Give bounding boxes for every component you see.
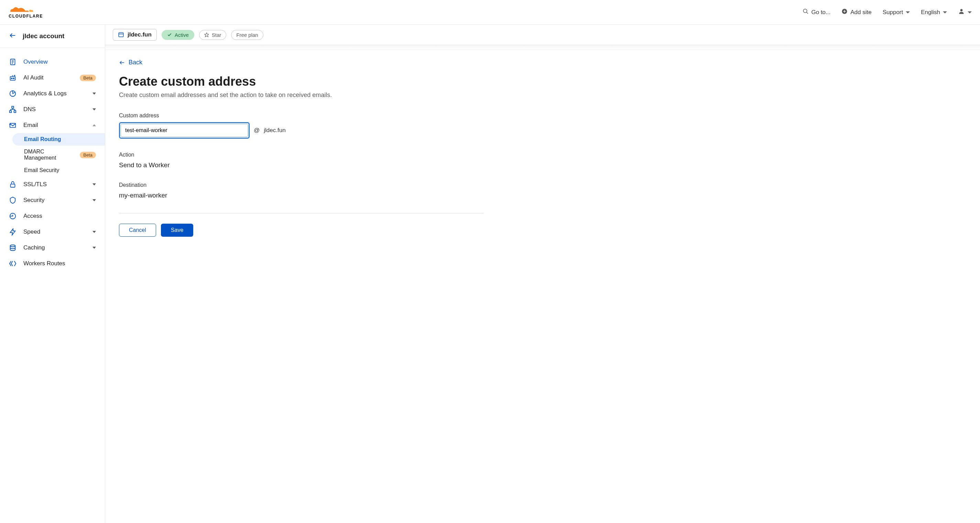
chevron-up-icon — [92, 124, 96, 126]
lock-icon — [9, 181, 16, 188]
svg-rect-32 — [119, 33, 123, 37]
add-site-label: Add site — [850, 9, 871, 16]
main-content: jldec.fun Active Star Free plan Back Cre… — [105, 25, 980, 523]
arrow-left-icon — [9, 32, 16, 41]
chevron-down-icon — [92, 247, 96, 249]
sidebar-item-label: Workers Routes — [23, 260, 96, 267]
sidebar-item-label: Access — [23, 213, 96, 220]
star-label: Star — [212, 32, 221, 38]
shadow-strip — [105, 45, 980, 50]
field-label: Custom address — [119, 113, 484, 119]
chevron-down-icon — [92, 183, 96, 185]
svg-marker-30 — [10, 229, 16, 235]
domain-name: jldec.fun — [127, 31, 152, 38]
svg-rect-27 — [11, 184, 15, 187]
chevron-down-icon — [967, 11, 972, 13]
sidebar: jldec account Overview AI Audit Beta — [0, 25, 105, 523]
user-menu[interactable] — [958, 8, 972, 16]
action-field: Action Send to a Worker — [119, 152, 484, 169]
sidebar-item-workers-routes[interactable]: Workers Routes — [0, 256, 105, 271]
search-icon — [803, 8, 809, 16]
sidebar-item-caching[interactable]: Caching — [0, 240, 105, 256]
email-subnav: Email Routing DMARC Management Beta Emai… — [0, 133, 105, 177]
network-icon — [9, 106, 16, 113]
cancel-button[interactable]: Cancel — [119, 224, 156, 237]
destination-field: Destination my-email-worker — [119, 182, 484, 199]
database-icon — [9, 244, 16, 252]
email-icon — [9, 121, 16, 129]
goto-label: Go to... — [811, 9, 831, 16]
page-content: Back Create custom address Create custom… — [105, 50, 497, 246]
sidebar-item-access[interactable]: Access — [0, 208, 105, 224]
chevron-down-icon — [906, 11, 910, 13]
svg-rect-20 — [14, 111, 16, 113]
sidebar-item-label: DNS — [23, 106, 86, 113]
browser-icon — [118, 32, 124, 38]
access-icon — [9, 212, 16, 220]
sidebar-item-speed[interactable]: Speed — [0, 224, 105, 240]
sidebar-item-label: Email — [23, 122, 86, 129]
status-label: Active — [175, 32, 189, 38]
language-label: English — [921, 9, 940, 16]
domain-selector[interactable]: jldec.fun — [113, 29, 157, 41]
plan-badge[interactable]: Free plan — [231, 30, 263, 40]
sidebar-item-overview[interactable]: Overview — [0, 54, 105, 70]
svg-point-1 — [803, 9, 807, 13]
beta-badge: Beta — [80, 152, 96, 158]
cloudflare-logo[interactable]: CLOUDFLARE — [8, 5, 56, 20]
star-icon — [204, 32, 209, 37]
svg-point-6 — [960, 9, 963, 11]
sidebar-item-email-routing[interactable]: Email Routing — [13, 133, 105, 145]
chevron-down-icon — [92, 108, 96, 110]
goto-search[interactable]: Go to... — [803, 8, 831, 16]
check-icon — [167, 32, 172, 37]
sidebar-item-dmarc[interactable]: DMARC Management Beta — [0, 145, 105, 164]
domain-suffix: jldec.fun — [264, 127, 285, 134]
chart-icon — [9, 90, 16, 97]
action-value: Send to a Worker — [119, 161, 484, 169]
sidebar-item-ssl[interactable]: SSL/TLS — [0, 177, 105, 192]
custom-address-input-wrap — [119, 122, 250, 139]
plan-label: Free plan — [236, 32, 258, 38]
button-row: Cancel Save — [119, 224, 484, 237]
top-nav: Go to... Add site Support English — [803, 8, 972, 16]
sidebar-item-label: Speed — [23, 228, 86, 235]
bolt-icon — [9, 228, 16, 236]
language-dropdown[interactable]: English — [921, 9, 947, 16]
sidebar-item-email-security[interactable]: Email Security — [0, 164, 105, 177]
sidebar-item-email[interactable]: Email — [0, 117, 105, 133]
sidebar-item-dns[interactable]: DNS — [0, 102, 105, 117]
sidebar-item-security[interactable]: Security — [0, 192, 105, 208]
status-badge: Active — [162, 30, 194, 40]
shield-icon — [9, 196, 16, 204]
sidebar-item-ai-audit[interactable]: AI Audit Beta — [0, 70, 105, 86]
sidebar-item-label: Security — [23, 197, 86, 204]
save-button[interactable]: Save — [161, 224, 193, 237]
field-label: Action — [119, 152, 484, 158]
add-site-button[interactable]: Add site — [842, 8, 871, 16]
account-selector[interactable]: jldec account — [0, 25, 105, 48]
page-title: Create custom address — [119, 74, 484, 89]
domain-bar: jldec.fun Active Star Free plan — [105, 25, 980, 45]
sidebar-nav: Overview AI Audit Beta Analytics & Logs — [0, 48, 105, 277]
chevron-down-icon — [92, 199, 96, 201]
star-button[interactable]: Star — [199, 30, 227, 40]
svg-rect-19 — [10, 111, 11, 113]
sidebar-item-label: Caching — [23, 244, 86, 251]
svg-rect-12 — [10, 77, 16, 80]
back-link[interactable]: Back — [119, 59, 142, 66]
support-label: Support — [883, 9, 903, 16]
sidebar-item-label: Analytics & Logs — [23, 90, 86, 97]
svg-point-16 — [14, 75, 15, 76]
sidebar-item-label: AI Audit — [23, 74, 73, 81]
custom-address-input[interactable] — [121, 124, 248, 137]
destination-value: my-email-worker — [119, 191, 484, 199]
svg-point-14 — [13, 78, 14, 79]
top-header: CLOUDFLARE Go to... Add site Support Eng… — [0, 0, 980, 25]
at-sign: @ — [254, 127, 259, 134]
user-icon — [958, 8, 965, 16]
sidebar-item-analytics[interactable]: Analytics & Logs — [0, 86, 105, 102]
support-dropdown[interactable]: Support — [883, 9, 910, 16]
svg-line-2 — [807, 12, 808, 14]
svg-text:CLOUDFLARE: CLOUDFLARE — [9, 13, 43, 18]
